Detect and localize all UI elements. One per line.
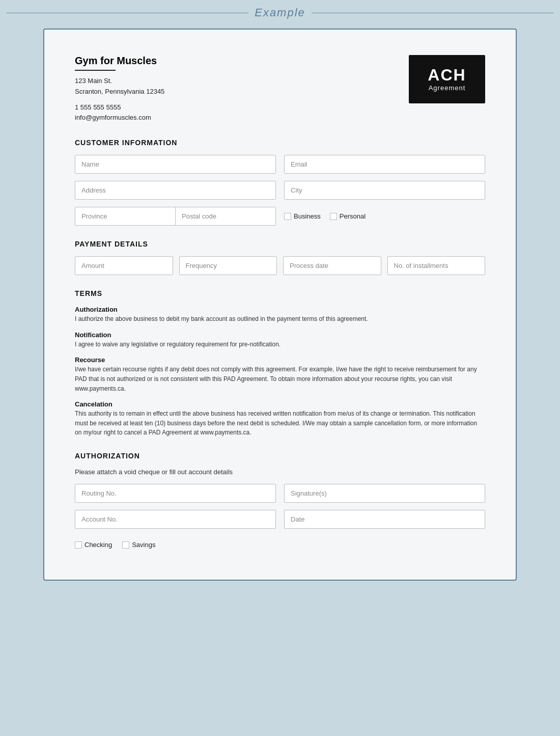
- form-row-address-city: Address City: [75, 181, 485, 200]
- form-row-account-date: Account No. Date: [75, 510, 485, 529]
- term-notif-body: I agree to waive any legislative or regu…: [75, 340, 485, 349]
- business-checkbox-item[interactable]: Business: [284, 212, 321, 220]
- savings-checkbox[interactable]: [122, 541, 129, 549]
- account-no-field[interactable]: Account No.: [75, 510, 276, 529]
- company-header: Gym for Muscles 123 Main St. Scranton, P…: [75, 55, 485, 123]
- account-type-checkbox-group: Checking Savings: [75, 536, 485, 554]
- checking-checkbox[interactable]: [75, 541, 82, 549]
- term-cancelation: Cancelation This authority is to remain …: [75, 400, 485, 438]
- example-header: Example: [0, 0, 560, 19]
- term-recourse: Recourse I/we have certain recourse righ…: [75, 356, 485, 393]
- term-authorization: Authorization I authorize the above busi…: [75, 306, 485, 324]
- company-phone: 1 555 555 5555: [75, 102, 409, 113]
- amount-field[interactable]: Amount: [75, 256, 173, 275]
- process-date-label: Process date: [290, 262, 328, 269]
- company-divider: [75, 70, 116, 71]
- term-cancel-body: This authority is to remain in effect un…: [75, 409, 485, 438]
- form-row-name-email: Name Email: [75, 155, 485, 174]
- routing-no-label: Routing No.: [81, 489, 117, 497]
- header-line-right: [312, 13, 554, 13]
- ach-logo: ACH Agreement: [409, 55, 485, 103]
- ach-logo-sub: Agreement: [429, 84, 466, 92]
- address-line1: 123 Main St.: [75, 76, 409, 87]
- section-terms: TERMS: [75, 289, 485, 297]
- business-checkbox[interactable]: [284, 213, 291, 220]
- ach-logo-main: ACH: [428, 67, 466, 83]
- company-contact: 1 555 555 5555 info@gymformuscles.com: [75, 102, 409, 124]
- company-address: 123 Main St. Scranton, Pennsylvania 1234…: [75, 76, 409, 97]
- term-auth-heading: Authorization: [75, 306, 485, 313]
- address-field[interactable]: Address: [75, 181, 276, 200]
- installments-label: No. of installments: [394, 262, 449, 269]
- amount-label: Amount: [81, 262, 104, 269]
- type-checkbox-group: Business Personal: [284, 207, 485, 226]
- term-notification: Notification I agree to waive any legisl…: [75, 331, 485, 349]
- address-line2: Scranton, Pennsylvania 12345: [75, 87, 409, 97]
- installments-field[interactable]: No. of installments: [387, 256, 486, 275]
- header-line-left: [6, 13, 248, 13]
- personal-label: Personal: [340, 212, 366, 220]
- term-recourse-body: I/we have certain recourse rights if any…: [75, 365, 485, 393]
- date-label: Date: [291, 515, 304, 523]
- form-row-routing-signature: Routing No. Signature(s): [75, 484, 485, 503]
- example-title: Example: [255, 6, 305, 19]
- form-row-province-checkboxes: Province Postal code Business Personal: [75, 207, 485, 226]
- name-field[interactable]: Name: [75, 155, 276, 174]
- terms-block: Authorization I authorize the above busi…: [75, 306, 485, 438]
- auth-subtitle: Please attatch a void cheque or fill out…: [75, 468, 485, 476]
- section-payment-details: PAYMENT DETAILS: [75, 240, 485, 248]
- postal-code-label: Postal code: [182, 212, 216, 220]
- process-date-field[interactable]: Process date: [283, 256, 381, 275]
- checking-checkbox-item[interactable]: Checking: [75, 541, 112, 549]
- company-name: Gym for Muscles: [75, 55, 409, 67]
- checking-label: Checking: [85, 541, 112, 549]
- company-info: Gym for Muscles 123 Main St. Scranton, P…: [75, 55, 409, 123]
- routing-no-field[interactable]: Routing No.: [75, 484, 276, 503]
- section-authorization: AUTHORIZATION: [75, 452, 485, 460]
- savings-checkbox-item[interactable]: Savings: [122, 541, 155, 549]
- address-label: Address: [81, 186, 106, 194]
- frequency-field[interactable]: Frequency: [179, 256, 277, 275]
- term-cancel-heading: Cancelation: [75, 400, 485, 408]
- name-label: Name: [81, 160, 99, 168]
- date-field[interactable]: Date: [284, 510, 485, 529]
- personal-checkbox[interactable]: [330, 213, 337, 220]
- province-postal-wrapper: Province Postal code: [75, 207, 276, 226]
- term-recourse-heading: Recourse: [75, 356, 485, 364]
- postal-code-field[interactable]: Postal code: [176, 207, 276, 226]
- frequency-label: Frequency: [186, 262, 217, 269]
- province-label: Province: [81, 212, 107, 220]
- section-customer-info: CUSTOMER INFORMATION: [75, 139, 485, 147]
- savings-label: Savings: [132, 541, 155, 549]
- term-auth-body: I authorize the above business to debit …: [75, 314, 485, 324]
- term-notif-heading: Notification: [75, 331, 485, 339]
- signatures-label: Signature(s): [291, 489, 327, 497]
- payment-details-row: Amount Frequency Process date No. of ins…: [75, 256, 485, 275]
- city-field[interactable]: City: [284, 181, 485, 200]
- email-field[interactable]: Email: [284, 155, 485, 174]
- page-wrapper: Example Gym for Muscles 123 Main St. Scr…: [0, 0, 560, 736]
- company-email: info@gymformuscles.com: [75, 113, 409, 123]
- business-label: Business: [294, 212, 321, 220]
- account-no-label: Account No.: [81, 515, 118, 523]
- province-field[interactable]: Province: [75, 207, 176, 226]
- email-label: Email: [291, 160, 307, 168]
- city-label: City: [291, 186, 302, 194]
- signatures-field[interactable]: Signature(s): [284, 484, 485, 503]
- personal-checkbox-item[interactable]: Personal: [330, 212, 366, 220]
- document-card: Gym for Muscles 123 Main St. Scranton, P…: [43, 29, 517, 581]
